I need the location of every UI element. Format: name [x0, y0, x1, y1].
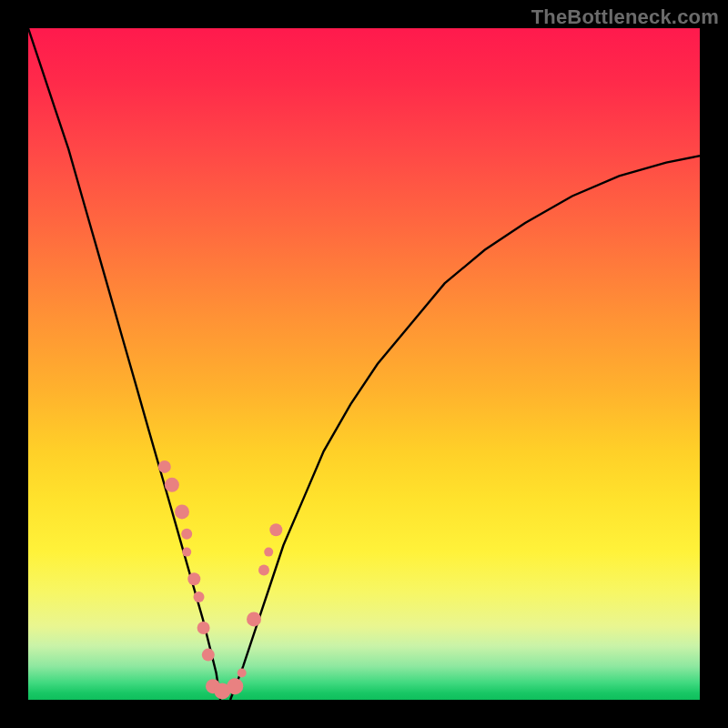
scatter-dot — [197, 622, 210, 634]
watermark-text: TheBottleneck.com — [531, 5, 719, 29]
scatter-dot — [181, 529, 192, 540]
scatter-dot — [264, 548, 273, 557]
scatter-dot — [269, 523, 282, 536]
scatter-dot — [175, 504, 189, 519]
scatter-dot — [182, 548, 191, 557]
scatter-dot — [158, 460, 171, 473]
right-curve — [230, 156, 700, 700]
chart-svg — [28, 28, 700, 700]
scatter-dot — [258, 565, 269, 576]
scatter-dot — [247, 612, 261, 626]
scatter-dot — [187, 572, 200, 585]
chart-frame: TheBottleneck.com — [0, 0, 728, 728]
scatter-dot — [202, 649, 215, 662]
scatter-dot — [194, 592, 205, 602]
scatter-dot — [227, 678, 243, 694]
scatter-dot — [165, 478, 179, 492]
plot-area — [28, 28, 700, 700]
scatter-points — [158, 460, 282, 700]
scatter-dot — [238, 669, 247, 678]
left-curve — [28, 28, 220, 700]
